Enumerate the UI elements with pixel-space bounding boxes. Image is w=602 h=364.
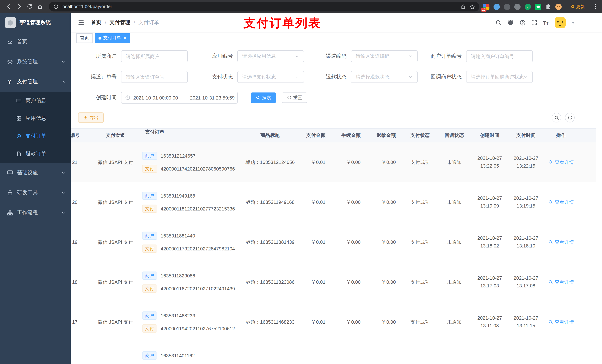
- browser-back-button[interactable]: [4, 1, 14, 12]
- user-menu-caret-icon[interactable]: [571, 21, 575, 25]
- view-detail-link[interactable]: 查看详情: [548, 239, 574, 245]
- help-icon[interactable]: [519, 20, 526, 26]
- font-size-icon[interactable]: TT: [543, 20, 549, 26]
- extension-icon-check[interactable]: ✓: [525, 3, 531, 10]
- clock-icon: [125, 95, 130, 100]
- export-button[interactable]: 导出: [78, 113, 104, 123]
- tab-close-icon[interactable]: ×: [124, 35, 126, 41]
- share-icon[interactable]: [461, 4, 466, 9]
- filter-input-merchant-order-no[interactable]: [466, 50, 533, 62]
- cell-callback-status: 未通知: [438, 222, 471, 262]
- view-detail-link[interactable]: 查看详情: [548, 159, 574, 166]
- table-header-row: 编号支付渠道支付订单商品标题支付金额手续金额退款金额支付状态回调状态创建时间支付…: [71, 128, 596, 142]
- browser-home-button[interactable]: [35, 1, 45, 12]
- date-start-value: 2021-10-01 00:00:00: [133, 95, 178, 100]
- view-detail-link[interactable]: 查看详情: [548, 319, 574, 325]
- browser-forward-button[interactable]: [14, 1, 24, 12]
- browser-menu-icon[interactable]: [592, 4, 598, 10]
- cell-title: 标题：1635311823086: [238, 262, 302, 302]
- profile-avatar-icon[interactable]: [555, 3, 562, 10]
- refresh-table-button[interactable]: [565, 113, 575, 123]
- filter-select-app-no[interactable]: 请选择应用信息: [237, 50, 304, 62]
- filter-select-callback-status[interactable]: 请选择订单回调商户状态: [466, 71, 533, 83]
- chevron-up-icon: [61, 80, 65, 84]
- site-info-icon[interactable]: [53, 4, 58, 9]
- search-button[interactable]: 搜索: [251, 93, 276, 103]
- cell-pay-time: 2021-10-2713:17:08: [508, 262, 544, 302]
- merchant-order-no: 1635311401162: [161, 353, 195, 358]
- cell-callback-status: 未通知: [438, 302, 471, 342]
- sidebar-item-home[interactable]: 首页: [0, 32, 71, 52]
- app-title: 芋道管理系统: [20, 19, 51, 26]
- header-search-icon[interactable]: [495, 20, 502, 26]
- extension-icon-blue[interactable]: [494, 3, 500, 10]
- tab-payment-order[interactable]: 支付订单 ×: [95, 33, 130, 43]
- sidebar: 芋道管理系统 首页系统管理¥支付管理商户信息应用信息支付订单退款订单基础设施研发…: [0, 13, 71, 364]
- fullscreen-icon[interactable]: [531, 20, 537, 26]
- sidebar-item-refund-order[interactable]: 退款订单: [0, 145, 71, 163]
- sidebar-item-payment-order[interactable]: 支付订单: [0, 127, 71, 145]
- sidebar-item-merchant-info[interactable]: 商户信息: [0, 92, 71, 110]
- extensions-puzzle-icon[interactable]: [545, 4, 551, 10]
- extension-icon-gray[interactable]: [514, 3, 521, 10]
- download-icon: [83, 115, 88, 120]
- browser-reload-button[interactable]: [24, 1, 35, 12]
- chevron-down-icon: [61, 190, 65, 195]
- filter-input-merchant[interactable]: [121, 50, 188, 62]
- extension-icon-dark[interactable]: [504, 3, 510, 10]
- table-row: 17微信 JSAPI 支付商户1635311468233支付4200001194…: [71, 302, 596, 342]
- cell-pay-time: 2021-10-2713:11:15: [508, 302, 544, 342]
- breadcrumb-home[interactable]: 首页: [91, 19, 101, 26]
- toggle-search-button[interactable]: [552, 113, 561, 123]
- cell-title: 标题：1635311949168: [238, 182, 302, 222]
- address-bar[interactable]: localhost:1024/pay/order: [49, 2, 479, 11]
- filter-input-channel-order-no[interactable]: [121, 71, 188, 83]
- browser-toolbar: localhost:1024/pay/order 10 ✓ 更新: [0, 0, 602, 13]
- cell-callback-status: 未通知: [438, 262, 471, 302]
- cell-channel: 微信 JSAPI 支付: [90, 262, 141, 302]
- magnifier-icon: [548, 320, 553, 324]
- extension-icon-grid[interactable]: 10: [483, 3, 489, 10]
- filter-group-channel-order-no: 渠道订单号: [77, 71, 188, 83]
- tab-home[interactable]: 首页: [76, 33, 93, 43]
- sidebar-item-infrastructure[interactable]: 基础设施: [0, 163, 71, 183]
- sidebar-item-app-info[interactable]: 应用信息: [0, 110, 71, 127]
- extension-icon-chat[interactable]: [535, 3, 541, 10]
- user-avatar[interactable]: [555, 17, 566, 28]
- date-separator: -: [183, 95, 185, 100]
- merchant-order-no: 1635312124657: [161, 153, 195, 158]
- extensions-row: 10 ✓ 更新: [483, 2, 598, 11]
- reset-button[interactable]: 重置: [282, 93, 307, 103]
- cell-amount: ¥ 0.01: [302, 142, 332, 182]
- merchant-order-no: 1635311468233: [161, 313, 195, 318]
- search-button-icon: [256, 95, 260, 100]
- cell-title: 标题：1635311468233: [238, 302, 302, 342]
- filter-label-callback-status: 回调商户状态: [422, 74, 466, 80]
- cell-action: 查看详情: [544, 302, 579, 342]
- cell-pay-status: [402, 342, 438, 364]
- sidebar-item-dev-tools[interactable]: 研发工具: [0, 183, 71, 203]
- pay-tag: 支付: [142, 245, 157, 253]
- sidebar-item-payment[interactable]: ¥支付管理: [0, 72, 71, 92]
- cell-refund: ¥ 0.00: [367, 182, 402, 222]
- column-header: 手续金额: [332, 129, 367, 142]
- cell-fee: ¥ 0.00: [332, 262, 367, 302]
- cell-refund: ¥ 0.00: [367, 222, 402, 262]
- filter-select-refund-status[interactable]: 请选择退款状态: [351, 71, 418, 83]
- column-header: 退款金额: [367, 129, 402, 142]
- filter-select-pay-status[interactable]: 请选择支付状态: [237, 71, 304, 83]
- create-time-range-picker[interactable]: 2021-10-01 00:00:00 - 2021-10-31 23:59:5…: [121, 92, 238, 104]
- breadcrumb-pay[interactable]: 支付管理: [110, 19, 130, 26]
- cell-id: 19: [71, 222, 90, 262]
- bookmark-star-icon[interactable]: [469, 4, 475, 10]
- sidebar-fold-icon[interactable]: [76, 18, 86, 27]
- sidebar-item-workflow[interactable]: 工作流程: [0, 203, 71, 223]
- view-detail-link[interactable]: 查看详情: [548, 199, 574, 206]
- filter-select-channel-code[interactable]: 请输入渠道编码: [351, 50, 418, 62]
- pay-tag: 支付: [142, 324, 157, 333]
- github-icon[interactable]: [507, 19, 514, 26]
- view-detail-link[interactable]: 查看详情: [548, 279, 574, 285]
- cell-refund: [367, 342, 402, 364]
- browser-update-button[interactable]: 更新: [568, 2, 588, 11]
- sidebar-item-system[interactable]: 系统管理: [0, 52, 71, 72]
